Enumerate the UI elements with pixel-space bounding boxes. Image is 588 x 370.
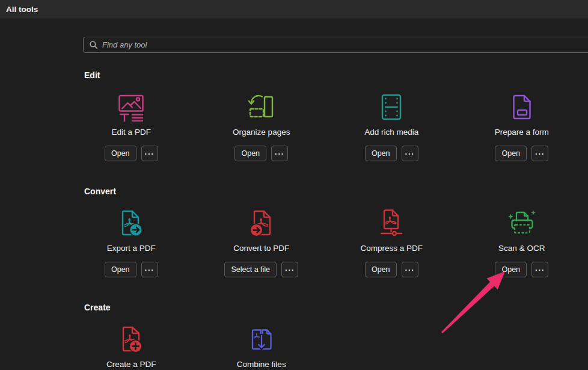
- create-a-pdf-icon: [117, 325, 145, 354]
- tool-label: Combine files: [237, 360, 286, 369]
- tool-label: Organize pages: [233, 128, 290, 137]
- tool-label: Prepare a form: [495, 128, 549, 137]
- export-a-pdf-open-button[interactable]: Open: [105, 262, 136, 277]
- prepare-a-form-open-button[interactable]: Open: [495, 146, 527, 161]
- combine-files-icon: [247, 325, 276, 354]
- tool-label: Add rich media: [364, 128, 418, 137]
- edit-a-pdf-open-button[interactable]: Open: [105, 146, 136, 161]
- scan-and-ocr-open-button[interactable]: Open: [495, 262, 527, 277]
- more-options-button[interactable]: ···: [531, 146, 548, 161]
- tool-card-add-rich-media: Add rich media Open ···: [326, 93, 457, 161]
- tool-label: Scan & OCR: [498, 244, 545, 253]
- convert-to-pdf-icon: [247, 209, 276, 238]
- tool-label: Edit a PDF: [112, 128, 151, 137]
- tool-card-compress-a-pdf: Compress a PDF Open ···: [326, 209, 457, 277]
- convert-to-pdf-select-a-file-button[interactable]: Select a file: [224, 262, 277, 277]
- tool-card-convert-to-pdf: Convert to PDF Select a file ···: [197, 209, 327, 277]
- compress-a-pdf-icon: [377, 209, 406, 238]
- more-options-button[interactable]: ···: [141, 262, 158, 277]
- more-options-button[interactable]: ···: [281, 262, 298, 277]
- edit-a-pdf-icon: [117, 93, 145, 122]
- tool-card-create-a-pdf: Create a PDF: [66, 325, 197, 369]
- tool-card-scan-and-ocr: Scan & OCR Open ···: [457, 209, 587, 277]
- organize-pages-icon: [247, 93, 276, 122]
- tool-card-combine-files: Combine files: [197, 325, 327, 369]
- section-title: Create: [84, 303, 588, 313]
- organize-pages-open-button[interactable]: Open: [234, 146, 266, 161]
- more-options-button[interactable]: ···: [531, 262, 548, 277]
- tool-label: Compress a PDF: [360, 244, 423, 253]
- tool-label: Create a PDF: [106, 360, 156, 369]
- page-title: All tools: [6, 5, 38, 14]
- tool-card-export-a-pdf: Export a PDF Open ···: [66, 209, 197, 277]
- more-options-button[interactable]: ···: [271, 146, 288, 161]
- tools-list: Edit Edit a PDF Open ··· Organize pages …: [66, 0, 588, 370]
- tool-label: Convert to PDF: [233, 244, 289, 253]
- add-rich-media-icon: [377, 93, 406, 122]
- more-options-button[interactable]: ···: [141, 146, 158, 161]
- section-title: Edit: [84, 70, 588, 81]
- export-a-pdf-icon: [117, 209, 145, 238]
- section-edit: Edit Edit a PDF Open ··· Organize pages …: [66, 70, 588, 161]
- tool-label: Export a PDF: [107, 244, 156, 253]
- tool-card-edit-a-pdf: Edit a PDF Open ···: [66, 93, 197, 161]
- add-rich-media-open-button[interactable]: Open: [365, 146, 397, 161]
- more-options-button[interactable]: ···: [402, 262, 418, 277]
- tool-card-prepare-a-form: Prepare a form Open ···: [457, 93, 587, 161]
- compress-a-pdf-open-button[interactable]: Open: [365, 262, 397, 277]
- more-options-button[interactable]: ···: [402, 146, 418, 161]
- scan-and-ocr-icon: [507, 209, 536, 238]
- section-convert: Convert Export a PDF Open ··· Convert to…: [66, 187, 588, 277]
- tool-card-organize-pages: Organize pages Open ···: [197, 93, 327, 161]
- section-title: Convert: [84, 187, 588, 197]
- prepare-a-form-icon: [507, 93, 536, 122]
- section-create: Create Create a PDF Combine files: [66, 303, 588, 369]
